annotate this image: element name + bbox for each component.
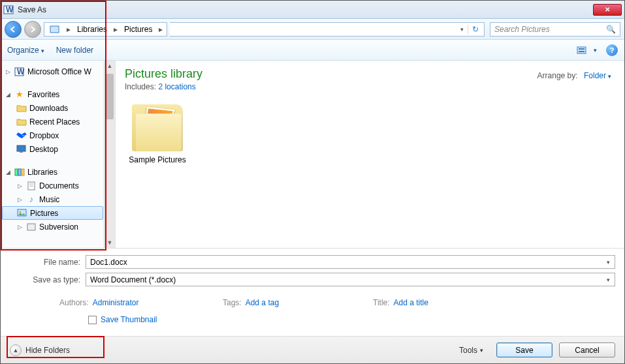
main-area: ▷ W Microsoft Office W ◢ ★ Favorites Dow… [1, 61, 624, 248]
svg-rect-11 [18, 169, 21, 175]
tree-label: Documents [39, 181, 79, 190]
expand-icon[interactable]: ▷ [16, 196, 24, 203]
tree-item-music[interactable]: ▷ ♪ Music [1, 192, 115, 206]
tree-item-dropbox[interactable]: Dropbox [1, 129, 115, 142]
svg-rect-3 [577, 47, 586, 53]
arrange-value-dropdown[interactable]: Folder [584, 71, 611, 80]
new-folder-button[interactable]: New folder [56, 46, 93, 55]
subversion-icon [26, 222, 37, 232]
svg-rect-5 [579, 51, 585, 52]
tree-item-downloads[interactable]: Downloads [1, 101, 115, 115]
chevron-down-icon[interactable]: ▾ [458, 26, 466, 33]
pictures-icon [17, 208, 27, 219]
tree-item-subversion[interactable]: ▷ Subversion [1, 220, 115, 234]
libraries-icon [14, 167, 25, 177]
tree-item-pictures[interactable]: Pictures [2, 206, 103, 220]
authors-label: Authors: [59, 298, 89, 307]
library-root-icon[interactable] [46, 23, 64, 36]
tree-label: Desktop [29, 145, 58, 154]
scroll-up-arrow[interactable]: ▲ [104, 61, 115, 71]
save-button[interactable]: Save [496, 342, 553, 357]
chevron-right-icon[interactable]: ▸ [64, 25, 73, 34]
tree-item-favorites[interactable]: ◢ ★ Favorites [1, 87, 115, 101]
crumb-pictures[interactable]: Pictures [120, 23, 156, 36]
scroll-thumb[interactable] [106, 74, 114, 119]
tree-label: Favorites [27, 90, 59, 99]
tree-label: Libraries [27, 168, 57, 177]
filetype-value: Word Document (*.docx) [90, 275, 176, 284]
tree-label: Microsoft Office W [27, 67, 91, 76]
folder-item-sample-pictures[interactable]: Sample Pictures [125, 104, 190, 164]
organize-button[interactable]: Organize [7, 46, 44, 55]
form-area: File name: Doc1.docx ▾ Save as type: Wor… [1, 249, 624, 294]
svg-rect-18 [27, 224, 35, 230]
tree-item-documents[interactable]: ▷ Documents [1, 179, 115, 192]
save-thumbnail-label[interactable]: Save Thumbnail [101, 315, 157, 324]
close-button[interactable]: ✕ [593, 4, 622, 16]
folder-icon [132, 104, 183, 151]
forward-button[interactable] [24, 21, 41, 38]
tree-label: Dropbox [29, 131, 59, 140]
crumb-libraries[interactable]: Libraries [73, 23, 111, 36]
star-icon: ★ [14, 89, 25, 100]
filename-field[interactable]: Doc1.docx ▾ [86, 255, 615, 269]
hide-folders-button[interactable]: ▲ Hide Folders [10, 344, 70, 356]
folder-icon [16, 103, 27, 114]
content-pane: Pictures library Includes: 2 locations A… [116, 61, 624, 248]
search-input[interactable]: Search Pictures 🔍 [490, 22, 620, 37]
tree-item-office[interactable]: ▷ W Microsoft Office W [1, 65, 115, 78]
address-bar-tail[interactable]: ▾ ↻ [170, 22, 485, 37]
chevron-right-icon[interactable]: ▸ [111, 25, 120, 34]
collapse-icon[interactable]: ◢ [5, 91, 12, 98]
chevron-up-icon: ▲ [10, 344, 22, 356]
authors-value[interactable]: Administrator [93, 298, 139, 307]
documents-icon [26, 181, 37, 191]
refresh-button[interactable]: ↻ [468, 25, 483, 34]
expand-icon[interactable]: ▷ [16, 224, 24, 230]
cancel-button[interactable]: Cancel [559, 342, 615, 357]
includes-link[interactable]: 2 locations [158, 82, 195, 91]
chevron-down-icon: ▾ [594, 47, 597, 53]
library-subheader: Includes: 2 locations [125, 82, 615, 91]
tree-scrollbar[interactable]: ▲ ▼ [104, 61, 115, 248]
tags-label: Tags: [223, 298, 242, 307]
breadcrumb[interactable]: ▸ Libraries ▸ Pictures ▸ [44, 22, 167, 37]
expand-icon[interactable]: ▷ [16, 183, 24, 189]
window-title: Save As [18, 5, 46, 14]
hide-folders-label: Hide Folders [25, 346, 70, 355]
chevron-right-icon[interactable]: ▸ [156, 25, 165, 34]
arrange-label: Arrange by: [537, 71, 578, 80]
filetype-field[interactable]: Word Document (*.docx) ▾ [86, 273, 615, 286]
svg-text:W: W [17, 67, 25, 76]
save-thumbnail-checkbox[interactable] [88, 316, 97, 324]
back-button[interactable] [5, 21, 22, 38]
help-button[interactable]: ? [606, 44, 618, 56]
expand-icon[interactable]: ▷ [5, 68, 12, 75]
tools-dropdown[interactable]: Tools ▾ [459, 346, 483, 355]
svg-rect-9 [20, 151, 23, 153]
recent-icon [16, 117, 27, 127]
filename-value: Doc1.docx [90, 258, 127, 267]
chevron-down-icon: ▾ [480, 347, 483, 354]
tree-item-desktop[interactable]: Desktop [1, 142, 115, 156]
search-placeholder: Search Pictures [494, 25, 550, 34]
save-thumbnail-row: Save Thumbnail [1, 309, 624, 329]
nav-tree[interactable]: ▷ W Microsoft Office W ◢ ★ Favorites Dow… [1, 61, 116, 248]
chevron-down-icon[interactable]: ▾ [603, 275, 613, 284]
tree-label: Subversion [39, 222, 78, 232]
tags-value[interactable]: Add a tag [246, 298, 279, 307]
toolbar: Organize New folder ▾ ? [1, 40, 624, 61]
chevron-down-icon[interactable]: ▾ [603, 257, 613, 267]
tree-label: Downloads [29, 104, 68, 113]
scroll-down-arrow[interactable]: ▼ [104, 237, 115, 248]
folder-label: Sample Pictures [125, 155, 190, 164]
tools-label: Tools [459, 346, 477, 355]
tree-label: Pictures [30, 209, 58, 218]
tree-item-libraries[interactable]: ◢ Libraries [1, 165, 115, 179]
view-options-button[interactable]: ▾ [577, 45, 597, 55]
collapse-icon[interactable]: ◢ [5, 169, 12, 175]
tree-item-recent[interactable]: Recent Places [1, 115, 115, 129]
title-value[interactable]: Add a title [394, 298, 428, 307]
desktop-icon [16, 144, 27, 155]
arrange-by: Arrange by: Folder [537, 71, 611, 80]
